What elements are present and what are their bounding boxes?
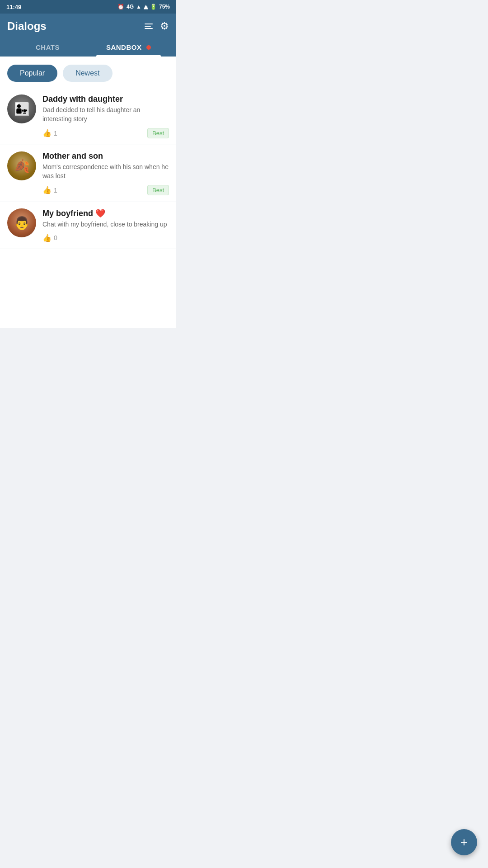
filter-row: Popular Newest bbox=[0, 57, 176, 88]
chat-meta-mother-son: 👍 1 Best bbox=[42, 185, 169, 195]
chat-meta-boyfriend: 👍 0 bbox=[42, 234, 169, 242]
chat-title-daddy-daughter: Daddy with daughter bbox=[42, 94, 169, 104]
chat-item-mother-son[interactable]: Mother and son Mom's correspondence with… bbox=[0, 145, 176, 202]
thumb-icon: 👍 bbox=[42, 186, 52, 194]
heart-emoji: ❤️ bbox=[95, 209, 105, 218]
thumb-icon: 👍 bbox=[42, 234, 52, 242]
like-count: 1 bbox=[54, 130, 57, 137]
chat-body-daddy-daughter: Daddy with daughter Dad decided to tell … bbox=[42, 94, 169, 138]
like-count: 0 bbox=[54, 234, 57, 241]
signal-icon: ▲ bbox=[136, 4, 141, 10]
chat-title-mother-son: Mother and son bbox=[42, 151, 169, 161]
status-bar: 11:49 ⏰ 4G ▲ ▲̶ 🔋 75% bbox=[0, 0, 176, 14]
header-actions: ⚙ bbox=[145, 20, 169, 32]
chat-body-boyfriend: My boyfriend ❤️ Chat with my boyfriend, … bbox=[42, 208, 169, 242]
settings-icon[interactable]: ⚙ bbox=[160, 20, 169, 32]
avatar-daddy-daughter bbox=[7, 94, 36, 123]
tab-chats[interactable]: CHATS bbox=[7, 39, 88, 57]
likes-mother-son: 👍 1 bbox=[42, 186, 57, 194]
header: Dialogs ⚙ CHATS SANDBOX bbox=[0, 14, 176, 57]
signal-x-icon: ▲̶ bbox=[144, 4, 148, 10]
likes-daddy-daughter: 👍 1 bbox=[42, 129, 57, 137]
chat-title-boyfriend: My boyfriend ❤️ bbox=[42, 208, 169, 218]
chat-desc-mother-son: Mom's correspondence with his son when h… bbox=[42, 163, 169, 180]
avatar-boyfriend bbox=[7, 208, 36, 237]
content-area: Popular Newest Daddy with daughter Dad d… bbox=[0, 57, 176, 328]
chat-meta-daddy-daughter: 👍 1 Best bbox=[42, 128, 169, 138]
best-badge-mother-son: Best bbox=[147, 185, 169, 195]
chat-body-mother-son: Mother and son Mom's correspondence with… bbox=[42, 151, 169, 195]
header-top: Dialogs ⚙ bbox=[7, 20, 169, 33]
status-right: ⏰ 4G ▲ ▲̶ 🔋 75% bbox=[117, 4, 170, 10]
tabs-bar: CHATS SANDBOX bbox=[7, 39, 169, 57]
tab-sandbox[interactable]: SANDBOX bbox=[88, 39, 169, 57]
sandbox-notification-dot bbox=[146, 45, 151, 50]
battery-label: 75% bbox=[159, 4, 170, 10]
page-title: Dialogs bbox=[7, 20, 47, 33]
chat-item-daddy-daughter[interactable]: Daddy with daughter Dad decided to tell … bbox=[0, 88, 176, 145]
filter-newest-button[interactable]: Newest bbox=[63, 65, 112, 82]
add-list-icon[interactable] bbox=[145, 24, 153, 29]
chat-desc-boyfriend: Chat with my boyfriend, close to breakin… bbox=[42, 220, 169, 229]
filter-popular-button[interactable]: Popular bbox=[7, 65, 57, 82]
likes-boyfriend: 👍 0 bbox=[42, 234, 57, 242]
avatar-mother-son bbox=[7, 151, 36, 180]
alarm-icon: ⏰ bbox=[117, 4, 124, 10]
chat-desc-daddy-daughter: Dad decided to tell his daughter an inte… bbox=[42, 106, 169, 123]
like-count: 1 bbox=[54, 187, 57, 194]
network-label: 4G bbox=[127, 4, 134, 10]
battery-icon: 🔋 bbox=[150, 4, 157, 10]
thumb-icon: 👍 bbox=[42, 129, 52, 137]
status-time: 11:49 bbox=[6, 4, 21, 10]
chat-item-boyfriend[interactable]: My boyfriend ❤️ Chat with my boyfriend, … bbox=[0, 202, 176, 249]
best-badge-daddy-daughter: Best bbox=[147, 128, 169, 138]
